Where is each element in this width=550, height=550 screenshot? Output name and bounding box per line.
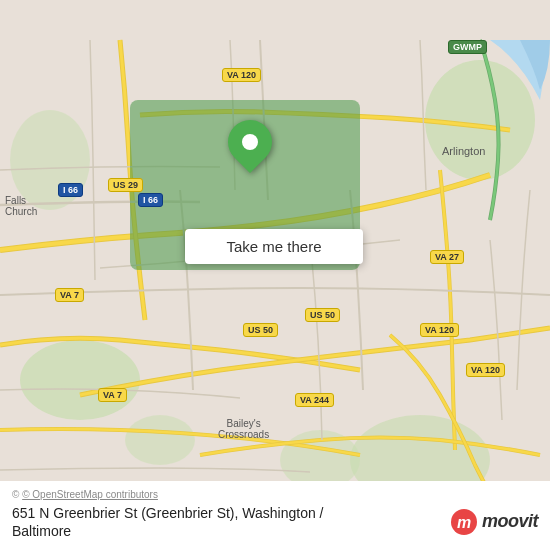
road-label-i66-left: I 66 — [58, 183, 83, 197]
map-svg — [0, 0, 550, 550]
moovit-logo: m moovit — [450, 508, 538, 536]
address-line1: 651 N Greenbrier St (Greenbrier St), Was… — [12, 505, 324, 521]
road-label-va7-bottom: VA 7 — [98, 388, 127, 402]
moovit-text: moovit — [482, 511, 538, 532]
road-label-va120-right: VA 120 — [420, 323, 459, 337]
area-label-baileys-crossroads: Bailey'sCrossroads — [218, 418, 269, 440]
map-container: I 66 I 66 US 29 VA 120 VA 120 VA 120 VA … — [0, 0, 550, 550]
take-me-there-button[interactable]: Take me there — [185, 229, 363, 264]
address-row: 651 N Greenbrier St (Greenbrier St), Was… — [12, 504, 538, 540]
pin-inner — [242, 134, 258, 150]
svg-point-6 — [125, 415, 195, 465]
road-label-va27: VA 27 — [430, 250, 464, 264]
road-label-us50-b: US 50 — [243, 323, 278, 337]
address-line2: Baltimore — [12, 523, 71, 539]
area-label-arlington: Arlington — [442, 145, 485, 157]
attribution-text: © © OpenStreetMap contributors — [12, 489, 538, 500]
svg-point-1 — [20, 340, 140, 420]
road-label-va7-left: VA 7 — [55, 288, 84, 302]
road-label-va244: VA 244 — [295, 393, 334, 407]
road-label-va120-top: VA 120 — [222, 68, 261, 82]
location-pin — [228, 120, 272, 164]
osm-link[interactable]: © OpenStreetMap contributors — [22, 489, 158, 500]
address-text: 651 N Greenbrier St (Greenbrier St), Was… — [12, 504, 324, 540]
road-label-us29: US 29 — [108, 178, 143, 192]
road-label-us50: US 50 — [305, 308, 340, 322]
road-label-va120-br: VA 120 — [466, 363, 505, 377]
road-label-i66-center: I 66 — [138, 193, 163, 207]
pin-marker — [219, 111, 281, 173]
moovit-icon-svg: m — [450, 508, 478, 536]
bottom-panel: © © OpenStreetMap contributors 651 N Gre… — [0, 481, 550, 550]
svg-text:m: m — [457, 514, 471, 531]
road-label-gwmp: GWMP — [448, 40, 487, 54]
area-label-falls-church: FallsChurch — [5, 195, 37, 217]
